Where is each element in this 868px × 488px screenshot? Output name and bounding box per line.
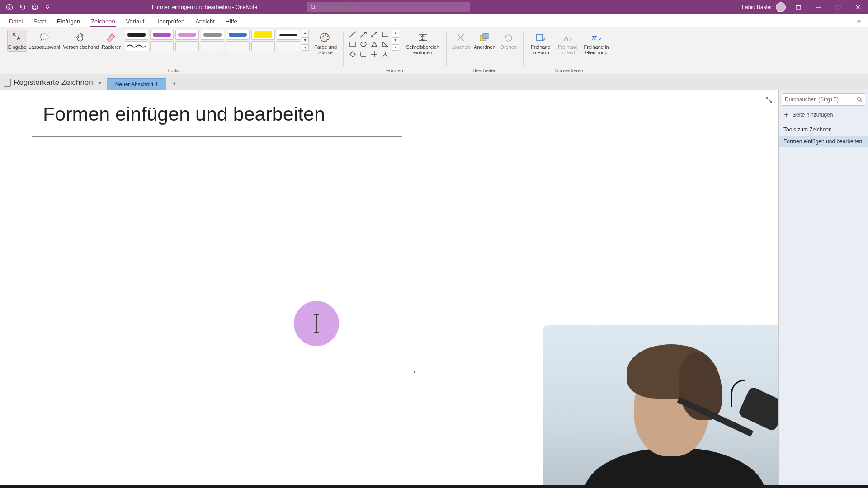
page-canvas[interactable]: Formen einfügen und bearbeiten bbox=[0, 90, 778, 488]
pen-gallery-scroll: ▲ ▼ ▾ bbox=[302, 30, 309, 51]
ink-to-text-icon bbox=[562, 32, 574, 43]
pen-slot-empty[interactable] bbox=[251, 41, 275, 51]
tab-review[interactable]: Überprüfen bbox=[150, 16, 190, 27]
arrange-button[interactable]: Anordnen bbox=[472, 30, 498, 52]
close-button[interactable] bbox=[848, 0, 868, 14]
global-search[interactable] bbox=[307, 2, 470, 12]
minimize-button[interactable] bbox=[808, 0, 828, 14]
rotate-button[interactable]: Drehen bbox=[499, 30, 519, 52]
notebook-picker[interactable]: Registerkarte Zeichnen ▼ bbox=[3, 78, 107, 90]
shape-axes-2d[interactable] bbox=[359, 50, 368, 59]
shape-axes-xy[interactable] bbox=[369, 50, 379, 59]
gallery-more-button[interactable]: ▾ bbox=[302, 44, 309, 51]
page-list-item[interactable]: Tools zum Zeichnen bbox=[779, 124, 868, 136]
hand-icon bbox=[75, 32, 87, 43]
pen-wavy-black[interactable] bbox=[125, 41, 148, 51]
page-title[interactable]: Formen einfügen und bearbeiten bbox=[43, 103, 325, 128]
shape-elbow[interactable] bbox=[380, 30, 390, 39]
collapse-ribbon-button[interactable] bbox=[854, 16, 864, 27]
group-shapes: ▲ ▼ ▾ Schreibbereich einfügen Formen bbox=[343, 29, 446, 74]
ink-to-shape-button[interactable]: Freihand in Form bbox=[528, 30, 554, 57]
ink-to-shape-icon bbox=[535, 32, 547, 43]
shapes-more-button[interactable]: ▾ bbox=[392, 44, 399, 51]
notebook-name: Registerkarte Zeichnen bbox=[14, 78, 93, 87]
gallery-down-button[interactable]: ▼ bbox=[302, 37, 309, 43]
add-section-button[interactable]: ＋ bbox=[168, 78, 180, 89]
notebook-icon bbox=[4, 79, 11, 87]
shape-rect[interactable] bbox=[348, 40, 358, 49]
pen-gray[interactable] bbox=[201, 30, 224, 40]
pen-blue[interactable] bbox=[226, 30, 250, 40]
arrange-label: Anordnen bbox=[474, 44, 495, 50]
pen-slot-empty[interactable] bbox=[277, 41, 300, 51]
fullscreen-button[interactable] bbox=[764, 95, 774, 105]
lasso-label: Lassoauswahl bbox=[28, 44, 60, 50]
global-search-input[interactable] bbox=[319, 4, 466, 10]
add-page-button[interactable]: Seite hinzufügen bbox=[782, 108, 865, 121]
eraser-button[interactable]: Radierer bbox=[101, 30, 121, 52]
ink-to-math-button[interactable]: π Freihand in Gleichung bbox=[582, 30, 611, 57]
shapes-down-button[interactable]: ▼ bbox=[392, 37, 399, 43]
pen-black[interactable] bbox=[125, 30, 148, 40]
shape-right-triangle[interactable] bbox=[380, 40, 390, 49]
tab-history[interactable]: Verlauf bbox=[121, 16, 150, 27]
back-button[interactable] bbox=[5, 2, 14, 12]
qat-customize-button[interactable] bbox=[42, 2, 52, 12]
shape-triangle[interactable] bbox=[369, 40, 379, 49]
tab-draw[interactable]: Zeichnen bbox=[85, 16, 120, 27]
section-tab[interactable]: Neuer Abschnitt 1 bbox=[107, 78, 167, 90]
svg-point-13 bbox=[322, 38, 324, 39]
ink-to-math-icon: π bbox=[590, 32, 602, 43]
expand-icon bbox=[765, 96, 773, 103]
highlighter-yellow[interactable] bbox=[251, 30, 275, 40]
tab-help[interactable]: Hilfe bbox=[220, 16, 243, 27]
gallery-up-button[interactable]: ▲ bbox=[302, 30, 309, 36]
shape-ellipse[interactable] bbox=[359, 40, 368, 49]
tab-view[interactable]: Ansicht bbox=[190, 16, 220, 27]
pen-gallery[interactable] bbox=[125, 30, 300, 51]
ink-to-text-label: Freihand in Text bbox=[556, 44, 580, 55]
undo-button[interactable] bbox=[17, 2, 27, 12]
rotate-icon bbox=[503, 32, 514, 43]
svg-point-2 bbox=[33, 6, 34, 7]
shape-diamond[interactable] bbox=[348, 50, 358, 59]
type-icon: A bbox=[11, 32, 23, 43]
tab-file[interactable]: Datei bbox=[4, 16, 28, 27]
tab-home[interactable]: Start bbox=[28, 16, 51, 27]
ribbon-display-button[interactable] bbox=[788, 0, 808, 14]
page-search[interactable] bbox=[782, 93, 865, 106]
color-thickness-button[interactable]: Farbe und Stärke bbox=[312, 30, 339, 57]
shape-line[interactable] bbox=[348, 30, 358, 39]
page-list-item[interactable]: Formen einfügen und bearbeiten bbox=[779, 136, 868, 147]
lasso-button[interactable]: Lassoauswahl bbox=[28, 30, 61, 52]
shapes-up-button[interactable]: ▲ bbox=[392, 30, 399, 36]
type-label: Eingabe bbox=[8, 44, 26, 50]
pen-slot-empty[interactable] bbox=[226, 41, 250, 51]
quick-access-toolbar bbox=[0, 2, 57, 12]
page-search-input[interactable] bbox=[785, 96, 854, 103]
touch-mode-button[interactable] bbox=[30, 2, 40, 12]
shape-double-arrow[interactable] bbox=[369, 30, 379, 39]
shape-axes-3d[interactable] bbox=[380, 50, 390, 59]
ink-to-text-button[interactable]: Freihand in Text bbox=[555, 30, 581, 57]
type-button[interactable]: A Eingabe bbox=[7, 30, 27, 52]
lasso-icon bbox=[38, 32, 50, 43]
tab-insert[interactable]: Einfügen bbox=[52, 16, 85, 27]
ink-to-math-label: Freihand in Gleichung bbox=[583, 44, 609, 55]
pen-slot-empty[interactable] bbox=[201, 41, 224, 51]
pen-thin-black[interactable] bbox=[277, 30, 300, 40]
pen-slot-empty[interactable] bbox=[150, 41, 174, 51]
shape-arrow[interactable] bbox=[359, 30, 368, 39]
pan-button[interactable]: Verschiebehand bbox=[61, 30, 100, 52]
pen-pink[interactable] bbox=[175, 30, 199, 40]
insert-space-button[interactable]: Schreibbereich einfügen bbox=[404, 30, 442, 57]
pen-purple[interactable] bbox=[150, 30, 174, 40]
pen-slot-empty[interactable] bbox=[175, 41, 199, 51]
search-icon bbox=[857, 97, 862, 102]
account-button[interactable]: Fabio Basler bbox=[742, 2, 786, 12]
delete-button[interactable]: Löschen bbox=[451, 30, 471, 52]
ink-dot bbox=[414, 371, 415, 373]
maximize-button[interactable] bbox=[828, 0, 848, 14]
shapes-gallery[interactable] bbox=[348, 30, 390, 59]
main-area: Formen einfügen und bearbeiten Seite hin… bbox=[0, 90, 868, 488]
